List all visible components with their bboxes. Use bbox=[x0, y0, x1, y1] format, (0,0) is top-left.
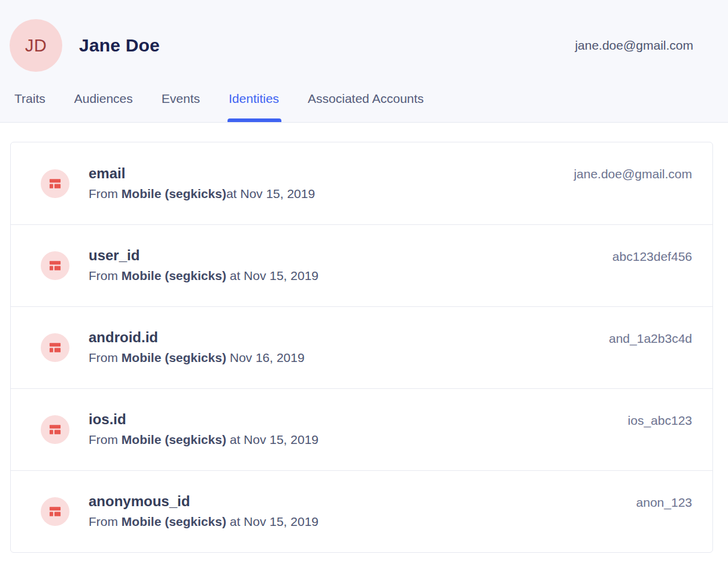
identity-row-anonymous-id[interactable]: anonymous_id From Mobile (segkicks) at N… bbox=[11, 470, 712, 552]
identity-source-line: From Mobile (segkicks) Nov 16, 2019 bbox=[89, 348, 305, 368]
from-label: From bbox=[89, 351, 122, 364]
from-label: From bbox=[89, 187, 122, 200]
identity-row-user-id[interactable]: user_id From Mobile (segkicks) at Nov 15… bbox=[11, 224, 712, 306]
identity-row-android-id[interactable]: android.id From Mobile (segkicks) Nov 16… bbox=[11, 306, 712, 388]
avatar: JD bbox=[10, 19, 62, 72]
identity-value: jane.doe@gmail.com bbox=[574, 165, 692, 183]
identity-name: android.id bbox=[89, 327, 305, 348]
source-name: Mobile (segkicks) bbox=[122, 269, 226, 282]
identities-card: email From Mobile (segkicks)at Nov 15, 2… bbox=[10, 142, 713, 553]
source-icon bbox=[41, 251, 69, 280]
identity-text: user_id From Mobile (segkicks) at Nov 15… bbox=[89, 245, 318, 286]
identity-row-ios-id[interactable]: ios.id From Mobile (segkicks) at Nov 15,… bbox=[11, 388, 712, 470]
source-name: Mobile (segkicks) bbox=[122, 351, 226, 364]
identity-value: anon_123 bbox=[636, 494, 692, 512]
source-icon bbox=[41, 497, 69, 526]
identity-source-line: From Mobile (segkicks) at Nov 15, 2019 bbox=[89, 430, 318, 450]
source-name: Mobile (segkicks) bbox=[122, 187, 226, 200]
date-text: at Nov 15, 2019 bbox=[226, 269, 318, 282]
identity-name: user_id bbox=[89, 245, 318, 266]
identity-text: anonymous_id From Mobile (segkicks) at N… bbox=[89, 491, 318, 532]
tab-audiences[interactable]: Audiences bbox=[74, 79, 133, 122]
identity-name: ios.id bbox=[89, 409, 318, 430]
date-text: at Nov 15, 2019 bbox=[226, 433, 318, 446]
profile-header: JD Jane Doe jane.doe@gmail.com Traits Au… bbox=[0, 0, 728, 123]
identity-value: and_1a2b3c4d bbox=[609, 330, 692, 348]
profile-top: JD Jane Doe jane.doe@gmail.com bbox=[0, 0, 728, 77]
source-icon bbox=[41, 169, 69, 198]
identity-value: ios_abc123 bbox=[628, 412, 692, 430]
source-name: Mobile (segkicks) bbox=[122, 515, 226, 528]
profile-email: jane.doe@gmail.com bbox=[575, 38, 693, 53]
identity-source-line: From Mobile (segkicks) at Nov 15, 2019 bbox=[89, 266, 318, 286]
identity-source-line: From Mobile (segkicks) at Nov 15, 2019 bbox=[89, 512, 318, 532]
identity-text: android.id From Mobile (segkicks) Nov 16… bbox=[89, 327, 305, 368]
date-text: at Nov 15, 2019 bbox=[226, 187, 315, 200]
identity-source-line: From Mobile (segkicks)at Nov 15, 2019 bbox=[89, 184, 315, 204]
source-icon bbox=[41, 333, 69, 362]
tab-traits[interactable]: Traits bbox=[14, 79, 46, 122]
identity-name: anonymous_id bbox=[89, 491, 318, 512]
source-icon bbox=[41, 415, 69, 444]
tab-identities[interactable]: Identities bbox=[229, 79, 279, 122]
date-text: at Nov 15, 2019 bbox=[226, 515, 318, 528]
identity-value: abc123def456 bbox=[612, 248, 692, 266]
from-label: From bbox=[89, 433, 122, 446]
from-label: From bbox=[89, 269, 122, 282]
identity-text: ios.id From Mobile (segkicks) at Nov 15,… bbox=[89, 409, 318, 450]
identity-row-email[interactable]: email From Mobile (segkicks)at Nov 15, 2… bbox=[11, 142, 712, 224]
page-title: Jane Doe bbox=[79, 35, 160, 56]
tab-events[interactable]: Events bbox=[162, 79, 200, 122]
source-name: Mobile (segkicks) bbox=[122, 433, 226, 446]
from-label: From bbox=[89, 515, 122, 528]
identity-text: email From Mobile (segkicks)at Nov 15, 2… bbox=[89, 163, 315, 204]
date-text: Nov 16, 2019 bbox=[226, 351, 305, 364]
tab-bar: Traits Audiences Events Identities Assoc… bbox=[0, 79, 728, 122]
identity-name: email bbox=[89, 163, 315, 184]
identities-content: email From Mobile (segkicks)at Nov 15, 2… bbox=[0, 123, 728, 553]
tab-associated-accounts[interactable]: Associated Accounts bbox=[308, 79, 424, 122]
